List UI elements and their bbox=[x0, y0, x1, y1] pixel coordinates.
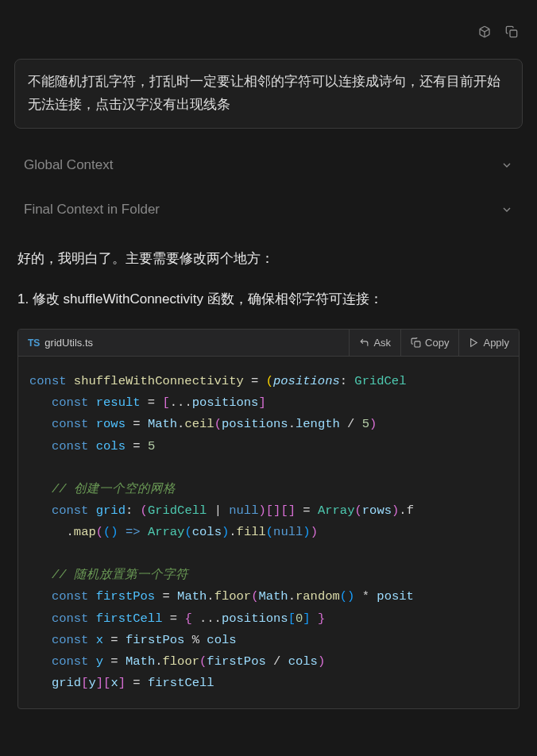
ts-icon: TS bbox=[28, 338, 40, 349]
code-header: TS gridUtils.ts Ask Copy Apply bbox=[18, 330, 519, 357]
filename: gridUtils.ts bbox=[44, 337, 93, 349]
chevron-down-icon bbox=[500, 202, 513, 218]
assistant-intro: 好的，我明白了。主要需要修改两个地方： bbox=[17, 248, 520, 269]
user-message: 不能随机打乱字符，打乱时一定要让相邻的字符可以连接成诗句，还有目前开始无法连接，… bbox=[14, 59, 523, 129]
code-file-label: TS gridUtils.ts bbox=[18, 337, 349, 349]
svg-rect-0 bbox=[510, 30, 517, 37]
code-block: TS gridUtils.ts Ask Copy Apply const shu… bbox=[17, 329, 520, 709]
chevron-down-icon bbox=[500, 157, 513, 173]
assistant-response: 好的，我明白了。主要需要修改两个地方： 1. 修改 shuffleWithCon… bbox=[0, 248, 537, 310]
svg-marker-2 bbox=[471, 339, 477, 347]
copy-icon[interactable] bbox=[505, 24, 518, 38]
cube-icon[interactable] bbox=[478, 24, 491, 38]
assistant-point-1: 1. 修改 shuffleWithConnectivity 函数，确保相邻字符可… bbox=[17, 288, 520, 310]
final-context-section[interactable]: Final Context in Folder bbox=[0, 202, 537, 218]
apply-button[interactable]: Apply bbox=[458, 330, 519, 356]
code-content[interactable]: const shuffleWithConnectivity = (positio… bbox=[18, 357, 519, 708]
final-context-label: Final Context in Folder bbox=[24, 202, 160, 218]
global-context-label: Global Context bbox=[24, 157, 113, 173]
global-context-section[interactable]: Global Context bbox=[0, 157, 537, 173]
svg-rect-1 bbox=[415, 341, 420, 347]
ask-button[interactable]: Ask bbox=[349, 330, 400, 356]
copy-button[interactable]: Copy bbox=[400, 330, 458, 356]
